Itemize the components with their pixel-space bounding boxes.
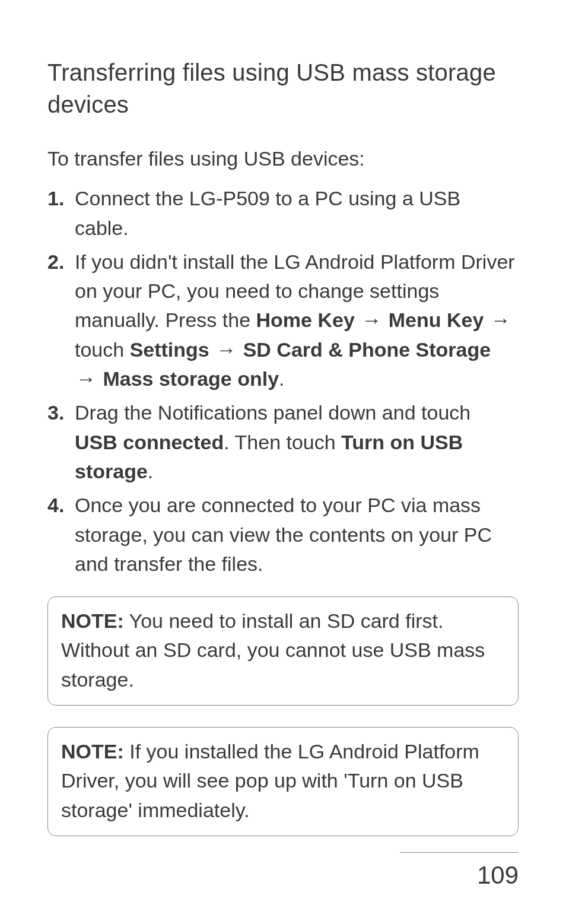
page-rule <box>400 852 519 853</box>
note-box-2: NOTE: If you installed the LG Android Pl… <box>47 727 519 836</box>
arrow-icon: → <box>489 306 512 335</box>
sd-card-storage-label: SD Card & Phone Storage <box>243 338 491 361</box>
step-4-text: Once you are connected to your PC via ma… <box>75 494 492 575</box>
section-title: Transferring files using USB mass storag… <box>47 56 519 120</box>
step-3-pre: Drag the Notifications panel down and to… <box>75 401 470 424</box>
sub-heading: To transfer files using USB devices: <box>47 144 519 173</box>
note-2-label: NOTE: <box>61 740 124 763</box>
step-4: Once you are connected to your PC via ma… <box>47 491 519 579</box>
arrow-icon: → <box>360 306 383 335</box>
note-1-body: You need to install an SD card first. Wi… <box>61 609 485 691</box>
note-1-label: NOTE: <box>61 609 124 632</box>
step-3-mid: . Then touch <box>224 431 341 453</box>
steps-list: Connect the LG-P509 to a PC using a USB … <box>47 184 519 579</box>
page: Transferring files using USB mass storag… <box>0 0 566 924</box>
page-number: 109 <box>477 861 519 890</box>
mass-storage-only-label: Mass storage only <box>103 367 279 390</box>
step-2-touch: touch <box>75 338 130 361</box>
note-box-1: NOTE: You need to install an SD card fir… <box>47 596 519 706</box>
step-3: Drag the Notifications panel down and to… <box>47 398 519 486</box>
step-1: Connect the LG-P509 to a PC using a USB … <box>47 184 519 243</box>
arrow-icon: → <box>215 335 237 364</box>
menu-key-label: Menu Key <box>389 309 484 331</box>
settings-label: Settings <box>130 338 209 361</box>
step-2: If you didn't install the LG Android Pla… <box>47 247 519 393</box>
home-key-label: Home Key <box>256 309 355 331</box>
note-2-body: If you installed the LG Android Platform… <box>61 740 479 821</box>
arrow-icon: → <box>75 364 97 393</box>
usb-connected-label: USB connected <box>75 431 224 453</box>
step-1-text: Connect the LG-P509 to a PC using a USB … <box>75 187 460 239</box>
